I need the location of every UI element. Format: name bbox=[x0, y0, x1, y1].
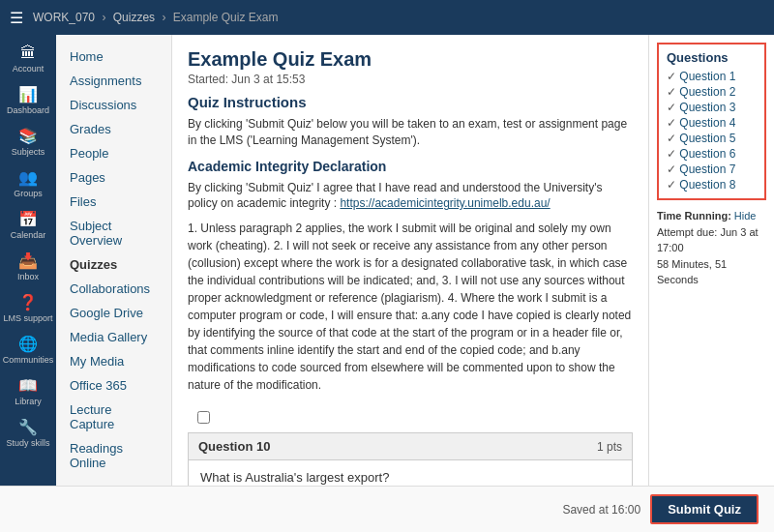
sidebar-label-groups: Groups bbox=[14, 189, 43, 198]
question-text: What is Australia's largest export? bbox=[200, 470, 620, 485]
question-link-4[interactable]: Question 4 bbox=[667, 115, 757, 131]
flag-checkbox[interactable] bbox=[197, 411, 210, 424]
nav-readings-online[interactable]: Readings Online bbox=[56, 436, 171, 475]
sidebar-label-subjects: Subjects bbox=[12, 147, 45, 157]
question-link-5[interactable]: Question 5 bbox=[667, 131, 757, 146]
integrity-body: 1. Unless paragraph 2 applies, the work … bbox=[188, 220, 633, 394]
top-bar: ☰ WORK_070 › Quizzes › Example Quiz Exam bbox=[0, 0, 774, 35]
integrity-intro: By clicking 'Submit Quiz' I agree that I… bbox=[188, 180, 633, 213]
calendar-icon: 📅 bbox=[18, 210, 38, 228]
quiz-instructions-title: Quiz Instructions bbox=[188, 94, 633, 110]
sidebar-label-library: Library bbox=[15, 397, 42, 406]
sidebar-item-subjects[interactable]: 📚 Subjects bbox=[0, 121, 56, 163]
sidebar-item-dashboard[interactable]: 📊 Dashboard bbox=[0, 79, 56, 121]
question-header: Question 10 1 pts bbox=[189, 433, 632, 460]
attempt-due: Attempt due: Jun 3 at 17:00 bbox=[657, 224, 766, 256]
breadcrumb-work[interactable]: WORK_070 bbox=[33, 11, 95, 24]
submit-quiz-button[interactable]: Submit Quiz bbox=[650, 494, 759, 524]
nav-grades[interactable]: Grades bbox=[56, 117, 171, 141]
communities-icon: 🌐 bbox=[18, 335, 38, 353]
question-link-7[interactable]: Question 7 bbox=[667, 162, 757, 177]
right-panel: Questions Question 1 Question 2 Question… bbox=[648, 35, 774, 486]
time-remaining: 58 Minutes, 51 Seconds bbox=[657, 256, 766, 288]
integrity-title: Academic Integrity Declaration bbox=[188, 159, 633, 174]
nav-people[interactable]: People bbox=[56, 141, 171, 165]
hamburger-icon[interactable]: ☰ bbox=[10, 9, 23, 27]
nav-pages[interactable]: Pages bbox=[56, 165, 171, 190]
question-link-6[interactable]: Question 6 bbox=[667, 146, 757, 162]
nav-office365[interactable]: Office 365 bbox=[56, 373, 171, 398]
sidebar: 🏛 Account 📊 Dashboard 📚 Subjects 👥 Group… bbox=[0, 35, 56, 486]
started-text: Started: Jun 3 at 15:53 bbox=[188, 73, 633, 86]
integrity-link[interactable]: https://academicintegrity.unimelb.edu.au… bbox=[340, 196, 550, 210]
timer-section: Time Running: Hide Attempt due: Jun 3 at… bbox=[657, 208, 766, 288]
nav-quizzes[interactable]: Quizzes bbox=[56, 252, 171, 277]
sidebar-item-library[interactable]: 📖 Library bbox=[0, 370, 56, 412]
question-link-3[interactable]: Question 3 bbox=[667, 100, 757, 115]
nav-assignments[interactable]: Assignments bbox=[56, 69, 171, 93]
question-box: Question 10 1 pts What is Australia's la… bbox=[188, 432, 633, 486]
sidebar-item-lms-support[interactable]: ❓ LMS support bbox=[0, 287, 56, 329]
sidebar-item-account[interactable]: 🏛 Account bbox=[0, 39, 56, 79]
instructions-text: By clicking 'Submit Quiz' below you will… bbox=[188, 116, 633, 149]
nav-home[interactable]: Home bbox=[56, 44, 171, 69]
sidebar-label-account: Account bbox=[13, 64, 45, 74]
sidebar-label-inbox: Inbox bbox=[17, 272, 39, 281]
sidebar-item-calendar[interactable]: 📅 Calendar bbox=[0, 204, 56, 246]
dashboard-icon: 📊 bbox=[18, 85, 38, 103]
question-title: Question 10 bbox=[198, 439, 270, 454]
nav-media-gallery[interactable]: Media Gallery bbox=[56, 325, 171, 349]
sidebar-label-study-skills: Study skills bbox=[6, 438, 49, 448]
sidebar-item-inbox[interactable]: 📥 Inbox bbox=[0, 246, 56, 287]
sidebar-label-dashboard: Dashboard bbox=[7, 105, 49, 115]
nav-my-media[interactable]: My Media bbox=[56, 349, 171, 373]
nav-collaborations[interactable]: Collaborations bbox=[56, 277, 171, 301]
subjects-icon: 📚 bbox=[18, 127, 38, 145]
sidebar-label-calendar: Calendar bbox=[11, 230, 46, 240]
sidebar-item-study-skills[interactable]: 🔧 Study skills bbox=[0, 412, 56, 454]
page-title: Example Quiz Exam bbox=[188, 48, 633, 71]
sidebar-label-lms: LMS support bbox=[3, 313, 52, 323]
sidebar-item-groups[interactable]: 👥 Groups bbox=[0, 163, 56, 204]
bottom-bar: Saved at 16:00 Submit Quiz bbox=[0, 486, 774, 532]
account-icon: 🏛 bbox=[20, 44, 36, 62]
breadcrumb: WORK_070 › Quizzes › Example Quiz Exam bbox=[33, 11, 278, 24]
breadcrumb-current: Example Quiz Exam bbox=[173, 11, 279, 24]
main-layout: 🏛 Account 📊 Dashboard 📚 Subjects 👥 Group… bbox=[0, 35, 774, 486]
timer-hide-button[interactable]: Hide bbox=[734, 210, 757, 222]
nav-discussions[interactable]: Discussions bbox=[56, 93, 171, 117]
nav-google-drive[interactable]: Google Drive bbox=[56, 301, 171, 325]
questions-panel-title: Questions bbox=[667, 50, 757, 65]
library-icon: 📖 bbox=[18, 376, 38, 395]
flag-area bbox=[188, 405, 633, 432]
question-link-1[interactable]: Question 1 bbox=[667, 69, 757, 84]
question-body: What is Australia's largest export? Iron… bbox=[189, 460, 632, 486]
content-area: Example Quiz Exam Started: Jun 3 at 15:5… bbox=[172, 35, 648, 486]
questions-panel: Questions Question 1 Question 2 Question… bbox=[657, 43, 766, 200]
study-skills-icon: 🔧 bbox=[18, 418, 38, 436]
lms-support-icon: ❓ bbox=[18, 293, 38, 311]
nav-menu: Home Assignments Discussions Grades Peop… bbox=[56, 35, 172, 486]
question-link-8[interactable]: Question 8 bbox=[667, 177, 757, 192]
sidebar-label-communities: Communities bbox=[3, 355, 54, 365]
sidebar-item-communities[interactable]: 🌐 Communities bbox=[0, 329, 56, 370]
question-points: 1 pts bbox=[597, 440, 622, 454]
question-link-2[interactable]: Question 2 bbox=[667, 84, 757, 100]
saved-text: Saved at 16:00 bbox=[562, 503, 640, 517]
groups-icon: 👥 bbox=[18, 168, 38, 187]
inbox-icon: 📥 bbox=[18, 251, 38, 270]
nav-subject-overview[interactable]: Subject Overview bbox=[56, 214, 171, 252]
nav-lecture-capture[interactable]: Lecture Capture bbox=[56, 398, 171, 436]
breadcrumb-quizzes[interactable]: Quizzes bbox=[113, 11, 155, 24]
timer-label: Time Running: bbox=[657, 210, 731, 222]
nav-files[interactable]: Files bbox=[56, 190, 171, 214]
